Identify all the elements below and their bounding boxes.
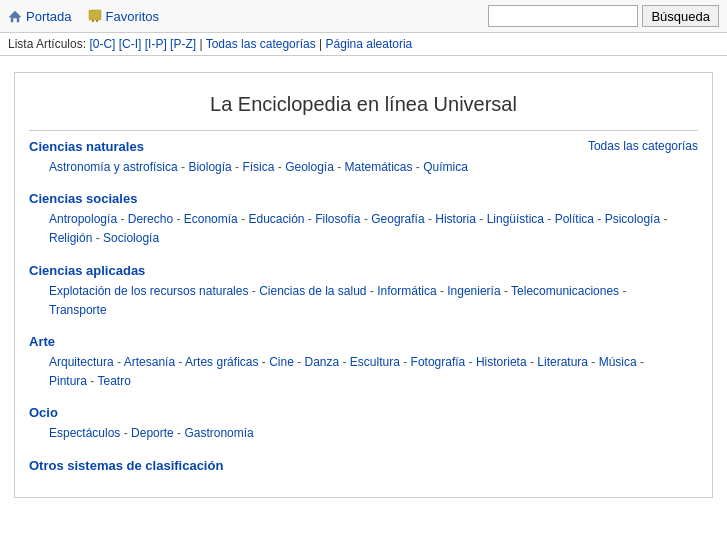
link-teatro[interactable]: Teatro <box>97 374 130 388</box>
link-artesania[interactable]: Artesanía <box>124 355 175 369</box>
portada-link[interactable]: Portada <box>8 9 72 24</box>
link-gastronomia[interactable]: Gastronomía <box>184 426 253 440</box>
link-cine[interactable]: Cine <box>269 355 294 369</box>
link-geologia[interactable]: Geología <box>285 160 334 174</box>
link-escultura[interactable]: Escultura <box>350 355 400 369</box>
search-button[interactable]: Búsqueda <box>642 5 719 27</box>
catbar-link-aleatoria[interactable]: Página aleatoria <box>326 37 413 51</box>
link-ingenieria[interactable]: Ingeniería <box>447 284 500 298</box>
section-links-ciencias-naturales: Astronomía y astrofísica - Biología - Fí… <box>49 158 698 177</box>
link-musica[interactable]: Música <box>599 355 637 369</box>
link-economia[interactable]: Economía <box>184 212 238 226</box>
link-psicologia[interactable]: Psicología <box>605 212 660 226</box>
title-divider <box>29 130 698 131</box>
link-astronomia[interactable]: Astronomía y astrofísica <box>49 160 178 174</box>
portada-label[interactable]: Portada <box>26 9 72 24</box>
section-header-ciencias-aplicadas: Ciencias aplicadas <box>29 263 698 278</box>
favoritos-label[interactable]: Favoritos <box>106 9 159 24</box>
section-header-arte: Arte <box>29 334 698 349</box>
link-politica[interactable]: Política <box>555 212 594 226</box>
section-title-otros[interactable]: Otros sistemas de clasificación <box>29 458 223 473</box>
svg-rect-2 <box>92 20 94 22</box>
link-historieta[interactable]: Historieta <box>476 355 527 369</box>
link-fotografia[interactable]: Fotografía <box>411 355 466 369</box>
encyclopedia-box: La Enciclopedia en línea Universal Cienc… <box>14 72 713 498</box>
home-icon <box>8 9 22 23</box>
link-danza[interactable]: Danza <box>305 355 340 369</box>
link-derecho[interactable]: Derecho <box>128 212 173 226</box>
topbar-right: Búsqueda <box>488 5 719 27</box>
section-header-ciencias-naturales: Ciencias naturales Todas las categorías <box>29 139 698 154</box>
section-ciencias-sociales: Ciencias sociales Antropología - Derecho… <box>29 191 698 248</box>
svg-rect-3 <box>96 20 98 22</box>
link-educacion[interactable]: Educación <box>248 212 304 226</box>
search-input[interactable] <box>488 5 638 27</box>
topbar: Portada Favoritos Búsqueda <box>0 0 727 33</box>
section-otros: Otros sistemas de clasificación <box>29 458 698 473</box>
link-biologia[interactable]: Biología <box>188 160 231 174</box>
catbar-link-todas[interactable]: Todas las categorías <box>206 37 316 51</box>
link-deporte[interactable]: Deporte <box>131 426 174 440</box>
link-literatura[interactable]: Literatura <box>537 355 588 369</box>
link-pintura[interactable]: Pintura <box>49 374 87 388</box>
link-informatica[interactable]: Informática <box>377 284 436 298</box>
section-ciencias-naturales: Ciencias naturales Todas las categorías … <box>29 139 698 177</box>
link-religion[interactable]: Religión <box>49 231 92 245</box>
section-title-ciencias-sociales[interactable]: Ciencias sociales <box>29 191 137 206</box>
catbar: Lista Artículos: [0-C] [C-I] [I-P] [P-Z]… <box>0 33 727 56</box>
section-title-ciencias-aplicadas[interactable]: Ciencias aplicadas <box>29 263 145 278</box>
section-links-ocio: Espectáculos - Deporte - Gastronomía <box>49 424 698 443</box>
favoritos-link[interactable]: Favoritos <box>88 9 159 24</box>
catbar-link-ci[interactable]: [C-I] <box>119 37 142 51</box>
main-content: La Enciclopedia en línea Universal Cienc… <box>0 56 727 514</box>
section-header-otros: Otros sistemas de clasificación <box>29 458 698 473</box>
catbar-link-0c[interactable]: [0-C] <box>89 37 115 51</box>
catbar-link-pz[interactable]: [P-Z] <box>170 37 196 51</box>
all-categories-link[interactable]: Todas las categorías <box>588 139 698 153</box>
link-quimica[interactable]: Química <box>423 160 468 174</box>
link-espectaculos[interactable]: Espectáculos <box>49 426 120 440</box>
section-header-ciencias-sociales: Ciencias sociales <box>29 191 698 206</box>
page-title: La Enciclopedia en línea Universal <box>29 93 698 116</box>
favorites-icon <box>88 9 102 23</box>
link-filosofia[interactable]: Filosofía <box>315 212 360 226</box>
svg-rect-1 <box>89 10 101 20</box>
link-antropologia[interactable]: Antropología <box>49 212 117 226</box>
section-title-ocio[interactable]: Ocio <box>29 405 58 420</box>
link-linguistica[interactable]: Lingüística <box>487 212 544 226</box>
link-matematicas[interactable]: Matemáticas <box>345 160 413 174</box>
link-artes-graficas[interactable]: Artes gráficas <box>185 355 258 369</box>
section-links-arte: Arquitectura - Artesanía - Artes gráfica… <box>49 353 698 391</box>
catbar-link-ip[interactable]: [I-P] <box>145 37 167 51</box>
link-transporte[interactable]: Transporte <box>49 303 107 317</box>
section-title-arte[interactable]: Arte <box>29 334 55 349</box>
section-ciencias-aplicadas: Ciencias aplicadas Explotación de los re… <box>29 263 698 320</box>
section-links-ciencias-aplicadas: Explotación de los recursos naturales - … <box>49 282 698 320</box>
svg-marker-0 <box>9 11 21 22</box>
section-header-ocio: Ocio <box>29 405 698 420</box>
section-ocio: Ocio Espectáculos - Deporte - Gastronomí… <box>29 405 698 443</box>
topbar-left: Portada Favoritos <box>8 9 488 24</box>
link-geografia[interactable]: Geografía <box>371 212 424 226</box>
link-historia[interactable]: Historia <box>435 212 476 226</box>
link-sociologia[interactable]: Sociología <box>103 231 159 245</box>
link-ciencias-salud[interactable]: Ciencias de la salud <box>259 284 366 298</box>
link-telecomunicaciones[interactable]: Telecomunicaciones <box>511 284 619 298</box>
section-title-ciencias-naturales[interactable]: Ciencias naturales <box>29 139 144 154</box>
section-links-ciencias-sociales: Antropología - Derecho - Economía - Educ… <box>49 210 698 248</box>
link-arquitectura[interactable]: Arquitectura <box>49 355 114 369</box>
section-arte: Arte Arquitectura - Artesanía - Artes gr… <box>29 334 698 391</box>
link-fisica[interactable]: Física <box>242 160 274 174</box>
catbar-prefix: Lista Artículos: <box>8 37 89 51</box>
link-explotacion[interactable]: Explotación de los recursos naturales <box>49 284 248 298</box>
